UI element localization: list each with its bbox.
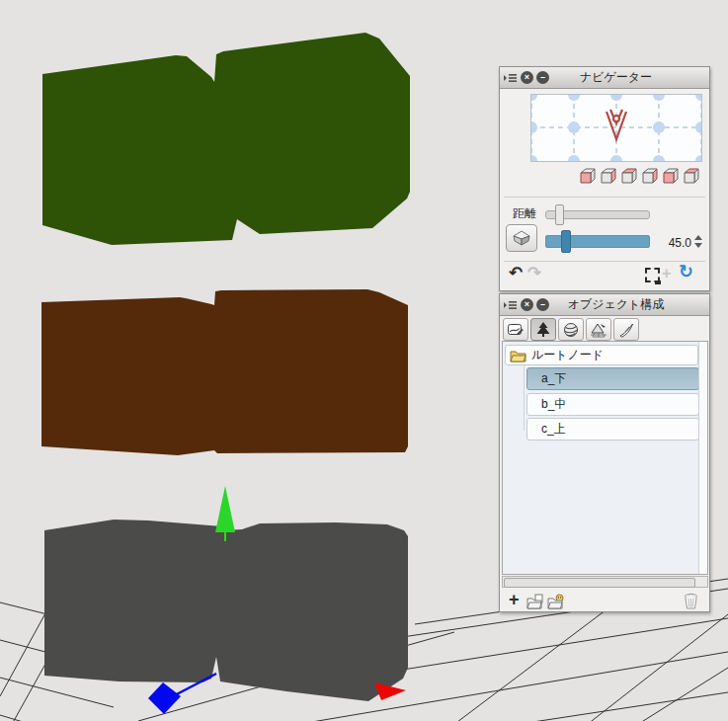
tree-indent-guide xyxy=(524,365,525,431)
tree-tab-button[interactable] xyxy=(530,318,556,341)
terrain-tab-button[interactable] xyxy=(586,318,611,341)
new-folder-icon[interactable] xyxy=(526,594,545,609)
close-icon[interactable]: × xyxy=(521,298,533,311)
new-group-icon[interactable] xyxy=(547,594,566,609)
minimize-icon[interactable]: – xyxy=(536,71,549,84)
object-panel-title: オブジェクト構成 xyxy=(552,296,705,313)
y-axis-arrow[interactable] xyxy=(215,486,235,532)
fit-selection-icon[interactable] xyxy=(645,268,660,282)
cube-top-icon[interactable] xyxy=(619,166,638,185)
divider xyxy=(504,261,705,262)
vertical-scrollbar[interactable] xyxy=(698,342,707,574)
preview-grid-lines xyxy=(531,95,701,161)
object-panel-footer: + xyxy=(500,590,709,611)
cube-front-2-icon[interactable] xyxy=(661,166,680,185)
divider xyxy=(504,197,705,198)
distance-slider-handle[interactable] xyxy=(555,204,564,225)
brush-icon xyxy=(617,322,635,338)
object-c-top[interactable] xyxy=(42,33,410,245)
object-panel-titlebar[interactable]: × – オブジェクト構成 xyxy=(500,294,709,316)
object-toolbar xyxy=(503,318,639,339)
refresh-icon[interactable]: ↻ xyxy=(679,261,693,282)
zoom-value[interactable]: 45.0 xyxy=(648,236,691,250)
panel-menu-icon[interactable] xyxy=(504,300,517,310)
object-b-middle[interactable] xyxy=(41,289,408,455)
root-node-label: ルートノード xyxy=(531,347,604,363)
object-a-bottom[interactable] xyxy=(44,520,408,701)
tree-item-b[interactable]: b_中 xyxy=(526,393,699,416)
panel-menu-icon[interactable] xyxy=(504,73,517,83)
horizontal-scrollbar-thumb[interactable] xyxy=(504,578,695,588)
material-sphere-icon xyxy=(562,322,580,338)
object-tree-list[interactable]: ルートノード a_下 b_中 c_上 xyxy=(502,341,708,575)
undo-icon[interactable]: ↶ xyxy=(509,263,523,284)
tree-item-a[interactable]: a_下 xyxy=(526,367,699,390)
tree-item-label: a_下 xyxy=(541,370,566,387)
horizontal-scrollbar[interactable] xyxy=(502,576,708,588)
close-icon[interactable]: × xyxy=(521,71,533,84)
cube-right-2-icon[interactable] xyxy=(640,166,659,185)
scene-tab-button[interactable] xyxy=(503,318,528,341)
cube-top-2-icon[interactable] xyxy=(682,166,700,185)
root-node-row[interactable]: ルートノード xyxy=(505,345,698,365)
folder-icon xyxy=(510,349,526,362)
navigator-panel: × – ナビゲーター xyxy=(499,66,710,291)
navigator-titlebar[interactable]: × – ナビゲーター xyxy=(500,67,709,89)
tree-item-label: c_上 xyxy=(541,421,566,438)
minimize-icon[interactable]: – xyxy=(536,298,549,311)
redo-icon[interactable]: ↷ xyxy=(527,263,541,284)
pan-icon[interactable]: + xyxy=(662,263,671,284)
add-object-icon[interactable]: + xyxy=(509,589,520,610)
scene-icon xyxy=(507,322,525,338)
cube-right-icon[interactable] xyxy=(599,166,617,185)
app-viewport: × – ナビゲーター xyxy=(0,0,728,721)
tree-item-label: b_中 xyxy=(541,396,566,413)
tree-icon xyxy=(534,321,552,338)
tree-item-c[interactable]: c_上 xyxy=(526,418,699,441)
object-structure-panel: × – オブジェクト構成 xyxy=(499,293,710,612)
distance-label: 距離 xyxy=(513,205,536,222)
camera-preview[interactable] xyxy=(530,94,702,162)
perspective-cube-button[interactable] xyxy=(506,224,537,252)
view-preset-row xyxy=(500,166,705,187)
brush-tab-button[interactable] xyxy=(613,318,639,341)
navigator-title: ナビゲーター xyxy=(552,69,705,86)
cube-front-icon[interactable] xyxy=(578,166,597,185)
delete-trash-icon[interactable] xyxy=(684,593,698,609)
z-axis-arrow[interactable] xyxy=(148,682,181,714)
material-tab-button[interactable] xyxy=(558,318,584,341)
zoom-slider-handle[interactable] xyxy=(561,230,571,253)
value-stepper[interactable] xyxy=(694,235,703,249)
terrain-icon xyxy=(589,322,608,338)
prism-icon xyxy=(512,230,531,246)
